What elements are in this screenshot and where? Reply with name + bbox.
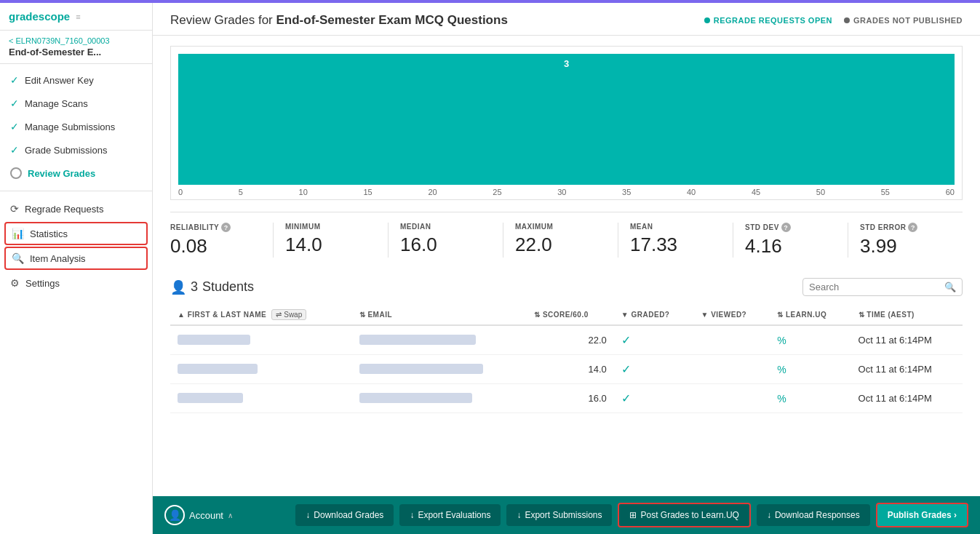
search-icon: 🔍: [944, 282, 956, 292]
blurred-email: [359, 393, 472, 403]
students-label: Students: [202, 279, 254, 295]
btn-label: Post Grades to Learn.UQ: [640, 510, 738, 520]
regrade-icon: ⟳: [10, 203, 19, 215]
export-submissions-button[interactable]: ↓ Export Submissions: [506, 504, 612, 526]
table-row[interactable]: 22.0 ✓ % Oct 11 at 6:14PM: [170, 325, 963, 355]
course-code[interactable]: < ELRN0739N_7160_00003: [9, 36, 143, 45]
chart-x-axis: 0 5 10 15 20 25 30 35 40 45 50 55 60: [178, 185, 955, 199]
table-row[interactable]: 14.0 ✓ % Oct 11 at 6:14PM: [170, 355, 963, 384]
circle-icon: [10, 167, 22, 179]
learn-uq-link-icon[interactable]: %: [777, 335, 786, 346]
bottom-bar: 👤 Account ∧ ↓ Download Grades ↓ Export E…: [153, 496, 980, 534]
info-icon[interactable]: ?: [221, 223, 231, 232]
col-score[interactable]: ⇅ SCORE/60.0: [527, 305, 614, 325]
export-evaluations-button[interactable]: ↓ Export Evaluations: [399, 504, 501, 526]
title-prefix: Review Grades for: [170, 13, 276, 27]
swap-button[interactable]: ⇌ Swap: [271, 309, 306, 320]
sidebar-item-grade-submissions[interactable]: ✓ Grade Submissions: [0, 138, 152, 162]
stat-value: 4.16: [745, 235, 836, 258]
col-learn-uq[interactable]: ⇅ LEARN.UQ: [770, 305, 850, 325]
sidebar-item-regrade-requests[interactable]: ⟳ Regrade Requests: [0, 197, 152, 220]
nav-label: Statistics: [30, 228, 68, 239]
cell-name: [170, 325, 352, 355]
header-badges: REGRADE REQUESTS OPEN GRADES NOT PUBLISH…: [704, 16, 963, 25]
sidebar-nav: ✓ Edit Answer Key ✓ Manage Scans ✓ Manag…: [0, 64, 152, 534]
check-icon: ✓: [10, 74, 19, 86]
green-dot: [704, 17, 710, 23]
cell-viewed: [694, 355, 770, 384]
stat-value: 3.99: [860, 235, 951, 258]
cell-graded: ✓: [614, 355, 694, 384]
stat-median: MEDIAN 16.0: [389, 223, 503, 258]
students-table-wrapper: ▲ FIRST & LAST NAME ⇌ Swap ⇅ EMAIL ⇅ SCO…: [170, 305, 963, 413]
stat-std-error: STD ERROR ? 3.99: [848, 223, 963, 258]
students-header: 👤 3 Students 🔍: [170, 278, 963, 296]
cell-score: 14.0: [527, 355, 614, 384]
stat-label: MEAN: [630, 223, 721, 231]
stat-value: 0.08: [170, 235, 261, 258]
nav-label: Manage Submissions: [25, 121, 115, 132]
sidebar-item-item-analysis[interactable]: 🔍 Item Analysis: [4, 247, 148, 270]
graded-check-icon: ✓: [621, 363, 631, 375]
grid-icon: ⊞: [629, 510, 637, 520]
main-content: 3 0 5 10 15 20 25 30 35 40 45 50 55 60: [153, 36, 980, 496]
bottom-actions: ↓ Download Grades ↓ Export Evaluations ↓…: [295, 503, 968, 527]
blurred-name: [178, 393, 243, 403]
post-grades-button[interactable]: ⊞ Post Grades to Learn.UQ: [618, 503, 750, 527]
col-viewed[interactable]: ▼ VIEWED?: [694, 305, 770, 325]
stat-label: MINIMUM: [285, 223, 376, 231]
stat-label: STD DEV ?: [745, 223, 836, 232]
sidebar-item-review-grades[interactable]: Review Grades: [0, 162, 152, 185]
cell-learn-uq: %: [770, 355, 850, 384]
nav-label: Edit Answer Key: [25, 75, 94, 86]
sidebar-item-settings[interactable]: ⚙ Settings: [0, 271, 152, 295]
search-input[interactable]: [809, 282, 940, 292]
download-responses-button[interactable]: ↓ Download Responses: [757, 504, 870, 526]
students-title: 👤 3 Students: [170, 279, 254, 295]
btn-label: Download Responses: [775, 510, 860, 520]
cell-viewed: [694, 384, 770, 413]
col-graded[interactable]: ▼ GRADED?: [614, 305, 694, 325]
info-icon[interactable]: ?: [908, 223, 917, 232]
cell-email: [352, 325, 527, 355]
stat-label: RELIABILITY ?: [170, 223, 261, 232]
check-icon: ✓: [10, 97, 19, 109]
cell-learn-uq: %: [770, 384, 850, 413]
cell-name: [170, 384, 352, 413]
gray-dot: [844, 17, 850, 23]
table-row[interactable]: 16.0 ✓ % Oct 11 at 6:14PM: [170, 384, 963, 413]
btn-label: Export Evaluations: [418, 510, 490, 520]
search-box[interactable]: 🔍: [802, 278, 963, 296]
col-time[interactable]: ⇅ TIME (AEST): [851, 305, 963, 325]
account-label: Account: [189, 510, 223, 521]
sidebar-item-edit-answer-key[interactable]: ✓ Edit Answer Key: [0, 68, 152, 92]
info-icon[interactable]: ?: [781, 223, 791, 232]
nav-label: Regrade Requests: [25, 204, 103, 215]
nav-label: Settings: [25, 278, 60, 289]
blurred-email: [359, 335, 476, 345]
download-grades-button[interactable]: ↓ Download Grades: [295, 504, 394, 526]
download-icon: ↓: [410, 510, 414, 520]
regrade-badge: REGRADE REQUESTS OPEN: [704, 16, 832, 25]
learn-uq-link-icon[interactable]: %: [777, 364, 786, 375]
publish-grades-button[interactable]: Publish Grades ›: [876, 503, 968, 527]
col-name[interactable]: ▲ FIRST & LAST NAME ⇌ Swap: [170, 305, 352, 325]
sidebar-item-manage-submissions[interactable]: ✓ Manage Submissions: [0, 115, 152, 138]
stat-maximum: MAXIMUM 22.0: [503, 223, 618, 258]
sidebar-item-statistics[interactable]: 📊 Statistics: [4, 222, 148, 245]
blurred-name: [178, 364, 258, 374]
page-title: Review Grades for End-of-Semester Exam M…: [170, 13, 508, 28]
stat-value: 22.0: [515, 234, 606, 256]
learn-uq-link-icon[interactable]: %: [777, 393, 786, 405]
account-section[interactable]: 👤 Account ∧: [164, 505, 233, 525]
blurred-name: [178, 335, 250, 345]
download-icon: ↓: [767, 510, 771, 520]
blurred-email: [359, 364, 483, 374]
menu-icon[interactable]: ≡: [76, 12, 80, 21]
sidebar-header: gradescope ≡: [0, 3, 152, 31]
app-logo[interactable]: gradescope: [9, 10, 70, 23]
sidebar-item-manage-scans[interactable]: ✓ Manage Scans: [0, 92, 152, 115]
students-table: ▲ FIRST & LAST NAME ⇌ Swap ⇅ EMAIL ⇅ SCO…: [170, 305, 963, 413]
students-icon: 👤: [170, 279, 186, 295]
col-email[interactable]: ⇅ EMAIL: [352, 305, 527, 325]
